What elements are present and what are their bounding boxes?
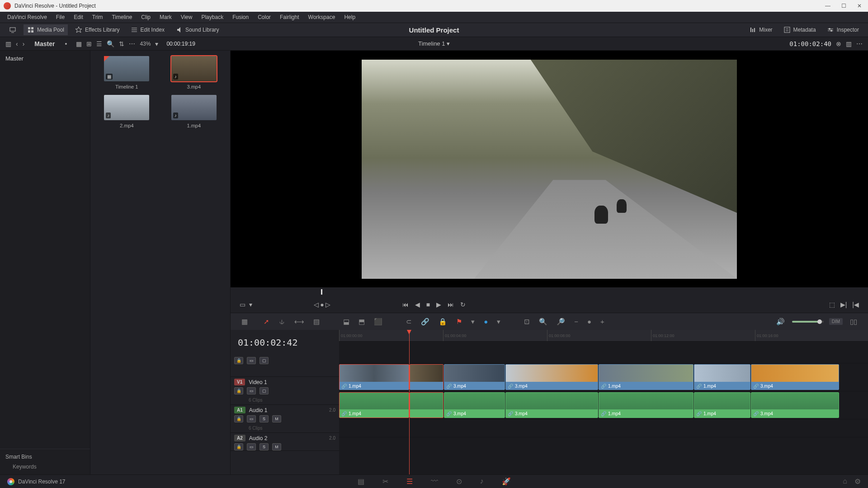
media-page-tab[interactable]: ▤ (358, 477, 364, 486)
track-lane-v2[interactable] (339, 342, 868, 363)
timeline-playhead[interactable] (409, 330, 410, 474)
nav-fwd-icon[interactable]: › (23, 40, 25, 47)
first-frame-button[interactable]: ⏮ (402, 301, 409, 308)
sound-library-button[interactable]: Sound Library (172, 24, 223, 35)
smart-bin-keywords[interactable]: Keywords (5, 464, 85, 470)
track-auto-icon[interactable]: ▭ (247, 357, 256, 364)
track-mute-button[interactable]: M (272, 415, 281, 422)
lock-icon[interactable]: 🔒 (437, 316, 449, 328)
replace-clip-icon[interactable]: ⬛ (372, 316, 384, 328)
track-lane-v1[interactable]: 🔗1.mp4 🔗3.mp4 🔗3.mp4 🔗1.mp4 🔗1.mp4 🔗3.mp… (339, 363, 868, 391)
search-icon[interactable]: 🔍 (107, 40, 114, 47)
menu-view[interactable]: View (177, 13, 196, 22)
dual-viewer-icon[interactable]: ▥ (846, 40, 852, 47)
video-clip[interactable]: 🔗1.mp4 (694, 364, 750, 390)
deliver-page-tab[interactable]: 🚀 (502, 477, 511, 486)
flag-dropdown-icon[interactable]: ▾ (469, 316, 476, 328)
viewer-mode-dropdown-icon[interactable]: ▾ (249, 301, 252, 308)
play-button[interactable]: ▶ (436, 301, 441, 308)
volume-icon[interactable]: 🔊 (774, 316, 787, 328)
track-disable-icon[interactable]: ▢ (259, 387, 269, 394)
track-header-v2[interactable]: 🔒 ▭ ▢ (231, 355, 339, 377)
sidebar-toggle-icon[interactable]: ▥ (5, 40, 11, 47)
cut-page-tab[interactable]: ✂ (382, 477, 388, 486)
track-auto-icon[interactable]: ▭ (247, 443, 256, 450)
link-icon[interactable]: 🔗 (419, 316, 431, 328)
video-clip[interactable]: 🔗3.mp4 (444, 364, 505, 390)
detail-zoom-icon[interactable]: 🔍 (537, 316, 549, 328)
zoom-in-icon[interactable]: + (599, 316, 606, 327)
metadata-button[interactable]: Metadata (780, 24, 820, 35)
timeline-tracks[interactable]: 01:00:00:00 01:00:04:00 01:00:08:00 01:0… (339, 330, 868, 474)
inspector-button[interactable]: Inspector (823, 24, 863, 35)
media-clip[interactable]: ♪ 2.mp4 (96, 95, 158, 128)
media-storage-button[interactable] (5, 24, 20, 35)
nav-back-icon[interactable]: ‹ (16, 40, 18, 47)
dynamic-trim-icon[interactable]: ⟷ (292, 316, 306, 328)
audio-clip[interactable]: 🔗3.mp4 (751, 392, 839, 418)
zoom-out-icon[interactable]: − (572, 316, 580, 327)
audio-clip[interactable]: 🔗3.mp4 (505, 392, 598, 418)
stop-button[interactable]: ■ (426, 301, 430, 308)
video-clip[interactable]: 🔗3.mp4 (751, 364, 839, 390)
track-auto-icon[interactable]: ▭ (247, 387, 256, 394)
blade-tool-icon[interactable]: ▤ (311, 316, 321, 328)
track-disable-icon[interactable]: ▢ (259, 357, 269, 364)
track-header-v1[interactable]: V1 Video 1 🔒 ▭ ▢ 6 Clips (231, 377, 339, 405)
dim-button[interactable]: DIM (829, 318, 843, 325)
menu-playback[interactable]: Playback (198, 13, 227, 22)
menu-davinci[interactable]: DaVinci Resolve (4, 13, 51, 22)
audio-clip[interactable]: 🔗1.mp4 (694, 392, 750, 418)
track-mute-button[interactable]: M (272, 443, 281, 450)
media-clip[interactable]: ♪ 3.mp4 (163, 56, 225, 89)
track-lock-icon[interactable]: 🔒 (234, 387, 243, 394)
fusion-page-tab[interactable]: 〰 (431, 477, 438, 486)
menu-help[interactable]: Help (340, 13, 359, 22)
timeline-name-dropdown[interactable]: Timeline 1 ▾ (418, 40, 450, 47)
track-tag[interactable]: V1 (234, 379, 245, 385)
scrubber-handle[interactable] (321, 289, 322, 295)
track-header-a1[interactable]: A1 Audio 1 2.0 🔒 ▭ S M 6 Clips (231, 405, 339, 433)
playhead-dot-icon[interactable]: ● (320, 301, 324, 308)
timeline-ruler[interactable]: 01:00:00:00 01:00:04:00 01:00:08:00 01:0… (339, 330, 868, 342)
custom-zoom-icon[interactable]: 🔎 (555, 316, 567, 328)
zoom-to-fit-icon[interactable]: ⊡ (522, 316, 532, 328)
smart-bins-header[interactable]: Smart Bins (5, 454, 85, 460)
zoom-dropdown-icon[interactable]: ▾ (155, 40, 158, 47)
bin-options-icon[interactable]: • (65, 40, 67, 47)
zoom-slider[interactable]: ● (585, 316, 593, 327)
last-frame-button[interactable]: ⏭ (448, 301, 454, 308)
track-lock-icon[interactable]: 🔒 (234, 357, 243, 364)
view-grid-icon[interactable]: ⊞ (86, 40, 92, 47)
marker-dropdown-icon[interactable]: ▾ (495, 316, 502, 328)
next-edit-icon[interactable]: ▷ (326, 301, 330, 308)
menu-fusion[interactable]: Fusion (229, 13, 252, 22)
in-point-icon[interactable]: ▶| (840, 301, 847, 308)
zoom-percent[interactable]: 43% (140, 41, 151, 47)
prev-edit-icon[interactable]: ◁ (314, 301, 319, 308)
insert-clip-icon[interactable]: ⬓ (341, 316, 351, 328)
track-lock-icon[interactable]: 🔒 (234, 415, 243, 422)
audio-clip[interactable]: 🔗1.mp4 (339, 392, 409, 418)
edit-page-tab[interactable]: ☰ (406, 477, 413, 486)
minimize-button[interactable]: — (822, 2, 833, 10)
menu-file[interactable]: File (52, 13, 68, 22)
close-button[interactable]: ✕ (854, 2, 864, 10)
trim-tool-icon[interactable]: ⫝ (277, 316, 287, 327)
menu-workspace[interactable]: Workspace (305, 13, 339, 22)
video-clip[interactable]: 🔗3.mp4 (505, 364, 598, 390)
selection-tool-icon[interactable]: ➚ (262, 316, 271, 328)
media-pool-button[interactable]: Media Pool (24, 24, 68, 35)
mixer-button[interactable]: Mixer (745, 24, 776, 35)
meters-icon[interactable]: ▯▯ (848, 316, 859, 328)
bypass-icon[interactable]: ⊗ (836, 40, 841, 47)
effects-library-button[interactable]: Effects Library (71, 24, 123, 35)
more-icon[interactable]: ⋯ (129, 40, 135, 47)
overwrite-clip-icon[interactable]: ⬒ (357, 316, 367, 328)
media-clip[interactable]: ♪ 1.mp4 (163, 95, 225, 128)
out-point-icon[interactable]: |◀ (852, 301, 859, 308)
menu-edit[interactable]: Edit (70, 13, 87, 22)
viewer-more-icon[interactable]: ⋯ (856, 40, 863, 47)
viewer-mode-icon[interactable]: ▭ (240, 301, 245, 308)
track-solo-button[interactable]: S (259, 415, 269, 422)
